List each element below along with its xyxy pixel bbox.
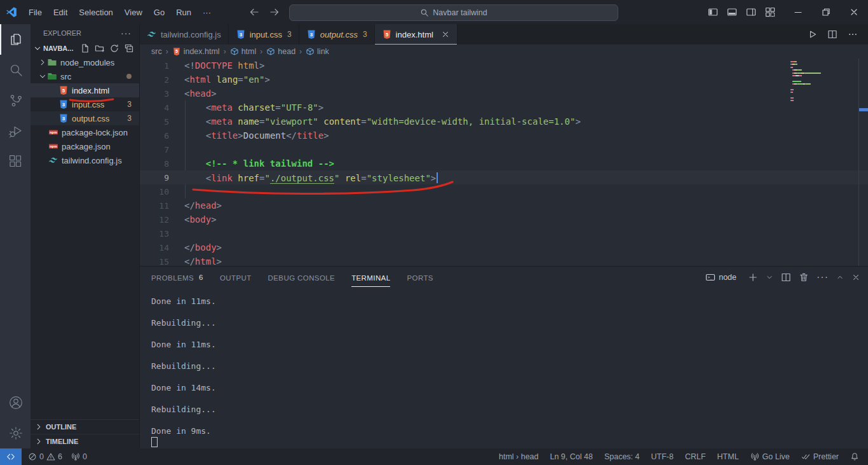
breadcrumb: src›5index.html›html›head›link [140,45,868,59]
code-line-3[interactable]: 3<head> [140,87,868,101]
terminal-output[interactable]: Done in 11ms. Rebuilding... Done in 11ms… [140,288,868,447]
navigate-forward-icon[interactable] [269,7,280,17]
code-line-10[interactable]: 10 [140,184,868,198]
panel-tab-ports[interactable]: PORTS [407,267,433,288]
close-tab-icon[interactable] [441,30,450,39]
breadcrumb-index.html[interactable]: 5index.html [172,47,220,56]
code-line-11[interactable]: 11</head> [140,198,868,212]
breadcrumb-head[interactable]: head [266,47,295,56]
status-html[interactable]: HTML [717,452,739,461]
menu-overflow[interactable]: ··· [197,6,217,19]
panel-more-actions-icon[interactable]: ··· [817,272,829,283]
menu-edit[interactable]: Edit [48,6,73,19]
kill-terminal-icon[interactable] [799,272,809,282]
status-crlf[interactable]: CRLF [685,452,706,461]
tree-item-node_modules[interactable]: node_modules [31,55,139,69]
toggle-sidebar-icon[interactable] [708,7,718,17]
menu-go[interactable]: Go [148,6,170,19]
activity-run-debug[interactable] [0,116,31,146]
code-line-2[interactable]: 2<html lang="en"> [140,73,868,87]
new-file-icon[interactable] [80,43,90,53]
activity-source-control[interactable] [0,85,31,116]
explorer-sidebar: EXPLORER ··· NAVBA... node_modulessrc5in… [31,24,140,448]
tab-input.css[interactable]: 3input.css3 [229,24,299,45]
code-line-1[interactable]: 1<!DOCTYPE html> [140,59,868,73]
toggle-panel-icon[interactable] [727,7,737,17]
tree-item-package.json[interactable]: npmpackage.json [31,139,139,153]
code-line-15[interactable]: 15</html> [140,254,868,266]
vscode-window: FileEditSelectionViewGoRun··· Navbar tai… [0,0,868,465]
minimap[interactable] [790,61,845,103]
explorer-more-actions[interactable]: ··· [121,28,132,38]
terminal-shell-item[interactable]: >_ node [705,272,736,282]
activity-explorer[interactable] [0,24,31,55]
panel-tab-debug-console[interactable]: DEBUG CONSOLE [268,267,336,288]
code-line-5[interactable]: 5 <meta name="viewport" content="width=d… [140,115,868,128]
terminal-dropdown-icon[interactable] [766,274,773,281]
minimize-button[interactable] [784,0,812,24]
code-line-4[interactable]: 4 <meta charset="UTF-8"> [140,101,868,115]
tab-tailwind.config.js[interactable]: tailwind.config.js [140,24,229,45]
menu-selection[interactable]: Selection [73,6,118,19]
status-html-head[interactable]: html › head [499,452,539,461]
new-folder-icon[interactable] [95,43,105,53]
tree-item-package-lock.json[interactable]: npmpackage-lock.json [31,125,139,139]
code-line-6[interactable]: 6 <title>Document</title> [140,128,868,142]
new-terminal-icon[interactable] [748,272,758,282]
activity-search[interactable] [0,55,31,85]
split-editor-icon[interactable] [827,29,837,39]
breadcrumb-html[interactable]: html [230,47,257,56]
broadcast-icon [750,452,759,461]
tree-item-tailwind.config.js[interactable]: tailwind.config.js [31,153,139,167]
remote-indicator[interactable] [0,448,22,465]
problems-status[interactable]: 0 6 [28,452,62,461]
status-spaces-4[interactable]: Spaces: 4 [604,452,640,461]
settings-button[interactable] [0,418,31,448]
status-utf-8[interactable]: UTF-8 [651,452,674,461]
restore-button[interactable] [812,0,840,24]
code-line-7[interactable]: 7 [140,142,868,156]
refresh-icon[interactable] [109,43,119,53]
code-line-14[interactable]: 14</body> [140,240,868,254]
maximize-panel-icon[interactable] [836,274,844,281]
editor-more-actions-icon[interactable] [848,29,858,39]
toggle-secondary-sidebar-icon[interactable] [746,7,756,17]
breadcrumb-src[interactable]: src [151,47,162,56]
tab-output.css[interactable]: 3output.css3 [299,24,375,45]
bell-icon[interactable] [850,452,859,461]
account-button[interactable] [0,387,31,418]
tree-item-src[interactable]: src [31,69,139,83]
navigate-back-icon[interactable] [249,7,259,17]
collapse-all-icon[interactable] [124,43,134,53]
close-panel-icon[interactable] [851,273,860,282]
menu-view[interactable]: View [119,6,148,19]
code-editor[interactable]: 1<!DOCTYPE html>2<html lang="en">3<head>… [140,59,868,266]
status-ln-9-col-48[interactable]: Ln 9, Col 48 [550,452,592,461]
customize-layout-icon[interactable] [765,7,775,17]
tree-item-index.html[interactable]: 5index.html [31,83,139,97]
split-terminal-icon[interactable] [781,272,791,282]
outline-section[interactable]: OUTLINE [31,419,139,434]
status-go-live[interactable]: Go Live [750,452,790,461]
workspace-section-header[interactable]: NAVBA... [31,41,139,55]
tab-index.html[interactable]: 5index.html [375,24,458,45]
panel-tab-output[interactable]: OUTPUT [220,267,252,288]
run-code-icon[interactable] [807,29,817,39]
code-line-12[interactable]: 12<body> [140,212,868,226]
tree-item-input.css[interactable]: 3input.css3 [31,97,139,111]
close-window-button[interactable] [840,0,868,24]
menu-file[interactable]: File [23,6,48,19]
timeline-section[interactable]: TIMELINE [31,434,139,448]
menu-run[interactable]: Run [170,6,197,19]
breadcrumb-link[interactable]: link [306,47,329,56]
status-prettier[interactable]: Prettier [801,452,839,461]
command-center-search[interactable]: Navbar tailwind [289,4,618,21]
panel-tab-problems[interactable]: PROBLEMS6 [151,267,203,288]
code-line-8[interactable]: 8 <!-- * link tailwind --> [140,156,868,170]
activity-extensions[interactable] [0,146,31,177]
panel-tab-terminal[interactable]: TERMINAL [351,267,390,288]
ports-status[interactable]: 0 [71,452,87,461]
tree-item-output.css[interactable]: 3output.css3 [31,111,139,125]
code-line-13[interactable]: 13 [140,226,868,240]
code-line-9[interactable]: 9 <link href="./output.css" rel="stylesh… [140,170,868,184]
